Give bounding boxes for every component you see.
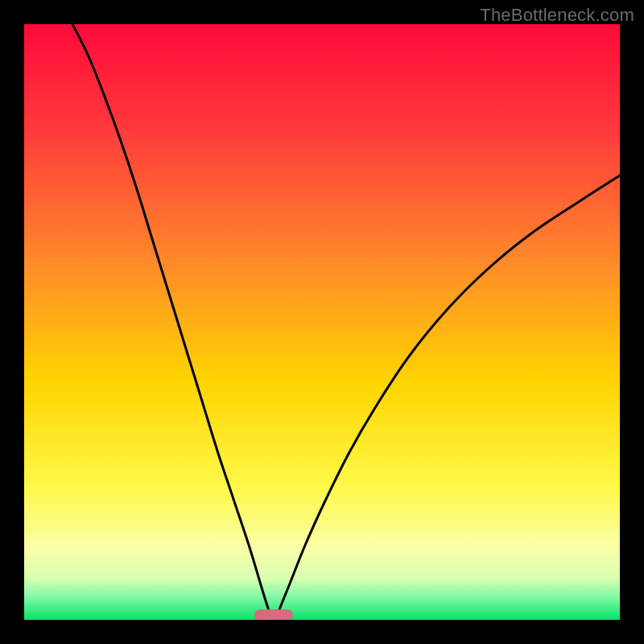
outer-frame: TheBottleneck.com xyxy=(0,0,644,644)
bottleneck-curve xyxy=(24,24,620,620)
optimum-marker xyxy=(254,609,293,620)
watermark-text: TheBottleneck.com xyxy=(480,5,634,26)
plot-area xyxy=(24,24,620,620)
